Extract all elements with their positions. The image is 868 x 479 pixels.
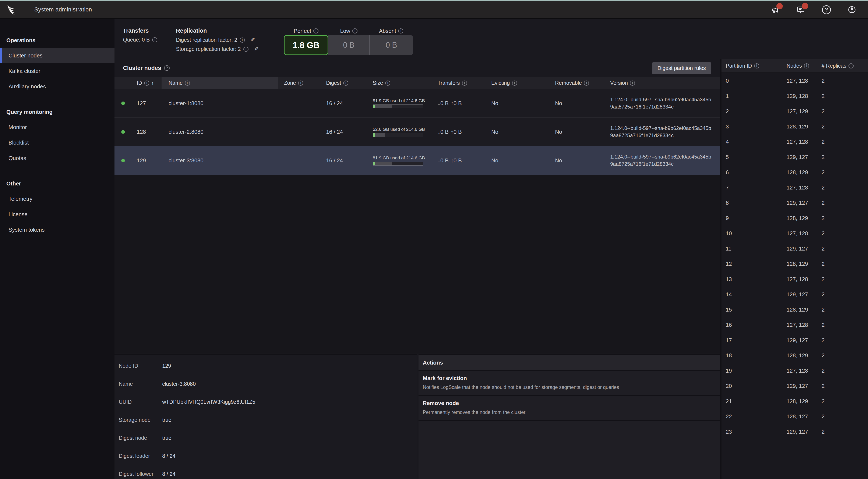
- digest-partition-rules-button[interactable]: Digest partition rules: [652, 62, 711, 74]
- partition-replicas-cell: 2: [817, 413, 868, 420]
- partition-row[interactable]: 6 128, 129 2: [721, 165, 868, 180]
- partition-row[interactable]: 11 129, 127 2: [721, 241, 868, 256]
- info-icon[interactable]: i: [754, 63, 759, 68]
- edit-icon[interactable]: ✎: [250, 37, 255, 43]
- column-header-evicting[interactable]: Evicting i: [491, 77, 555, 89]
- cluster-node-row[interactable]: 129 cluster-3:8080 16 / 24 81.9 GB used …: [115, 146, 720, 175]
- partition-row[interactable]: 19 127, 128 2: [721, 363, 868, 378]
- partition-row[interactable]: 21 128, 129 2: [721, 393, 868, 409]
- partition-row[interactable]: 4 127, 128 2: [721, 134, 868, 150]
- edit-icon[interactable]: ✎: [254, 46, 259, 52]
- info-icon[interactable]: i: [462, 81, 467, 86]
- sidebar-item-telemetry[interactable]: Telemetry: [0, 191, 115, 206]
- partition-row[interactable]: 2 127, 129 2: [721, 104, 868, 119]
- partition-row[interactable]: 17 129, 127 2: [721, 332, 868, 348]
- column-header-name[interactable]: Name i: [161, 77, 278, 89]
- sidebar-item-quotas[interactable]: Quotas: [0, 151, 115, 166]
- partition-row[interactable]: 9 128, 129 2: [721, 211, 868, 226]
- sidebar-item-auxiliary-nodes[interactable]: Auxiliary nodes: [0, 79, 115, 94]
- avatar-icon[interactable]: [847, 5, 857, 15]
- transfers-stat-label: Transfers: [123, 28, 157, 34]
- partition-row[interactable]: 7 127, 128 2: [721, 180, 868, 195]
- partition-row[interactable]: 14 129, 127 2: [721, 287, 868, 302]
- action-item[interactable]: Remove node Permanently removes the node…: [418, 396, 720, 421]
- node-version-cell: 1.124.0--build-597--sha-b9b62ef0ac45a345…: [610, 153, 720, 168]
- partition-row[interactable]: 3 128, 129 2: [721, 119, 868, 134]
- info-icon[interactable]: i: [313, 28, 318, 33]
- partition-row[interactable]: 18 128, 129 2: [721, 348, 868, 363]
- column-header-version[interactable]: Version i: [610, 77, 720, 89]
- info-icon[interactable]: i: [385, 81, 390, 86]
- help-icon[interactable]: ?: [164, 65, 169, 71]
- node-detail-row: Node ID 129: [115, 357, 417, 375]
- info-icon[interactable]: i: [804, 63, 809, 68]
- column-header-id[interactable]: ID i ↑: [131, 77, 161, 89]
- info-icon[interactable]: i: [630, 81, 635, 86]
- column-header-nodes[interactable]: Nodes i: [782, 63, 817, 69]
- partition-row[interactable]: 8 129, 127 2: [721, 195, 868, 211]
- partition-id-cell: 18: [721, 352, 782, 359]
- partition-row[interactable]: 1 129, 128 2: [721, 88, 868, 104]
- info-icon[interactable]: i: [352, 28, 358, 33]
- announcements-icon[interactable]: [771, 5, 781, 15]
- detail-label: Storage node: [119, 417, 162, 423]
- node-id-cell: 127: [131, 100, 161, 106]
- info-icon[interactable]: i: [152, 37, 157, 42]
- column-header-digest[interactable]: Digest i: [326, 77, 373, 89]
- transfers-in: ↓0 B: [438, 157, 448, 164]
- partition-nodes-cell: 128, 129: [782, 215, 817, 222]
- column-header-size[interactable]: Size i: [373, 77, 438, 89]
- partition-row[interactable]: 23 129, 127 2: [721, 424, 868, 439]
- help-icon[interactable]: ?: [822, 5, 832, 15]
- sidebar-item-monitor[interactable]: Monitor: [0, 120, 115, 135]
- partition-row[interactable]: 13 127, 128 2: [721, 272, 868, 287]
- sidebar-item-cluster-nodes[interactable]: Cluster nodes: [0, 48, 115, 63]
- info-icon[interactable]: i: [512, 81, 517, 86]
- cluster-node-row[interactable]: 127 cluster-1:8080 16 / 24 81.9 GB used …: [115, 89, 720, 118]
- chat-icon[interactable]: [796, 5, 806, 15]
- column-header-removable[interactable]: Removable i: [555, 77, 610, 89]
- partition-row[interactable]: 20 129, 127 2: [721, 378, 868, 393]
- partition-row[interactable]: 15 128, 129 2: [721, 302, 868, 317]
- sidebar-item-license[interactable]: License: [0, 206, 115, 222]
- node-size-cell: 81.9 GB used of 214.6 GB: [373, 98, 438, 108]
- info-icon[interactable]: i: [343, 81, 348, 86]
- partition-row[interactable]: 22 128, 127 2: [721, 409, 868, 424]
- disk-usage-label: 81.9 GB used of 214.6 GB: [373, 98, 438, 103]
- partition-row[interactable]: 5 129, 127 2: [721, 150, 868, 165]
- partition-nodes-cell: 128, 127: [782, 413, 817, 420]
- column-header-zone[interactable]: Zone i: [278, 77, 326, 89]
- info-icon[interactable]: i: [584, 81, 589, 86]
- info-icon[interactable]: i: [243, 46, 248, 52]
- action-item[interactable]: Mark for eviction Notifies LogScale that…: [418, 371, 720, 396]
- info-icon[interactable]: i: [398, 28, 403, 33]
- detail-value: wTDPUbkIfVHQ0LvrtW3Kigg9z6tUI1Z5: [162, 399, 417, 405]
- info-icon[interactable]: i: [144, 81, 149, 86]
- info-icon[interactable]: i: [240, 37, 245, 42]
- partition-row[interactable]: 16 127, 128 2: [721, 317, 868, 332]
- partition-nodes-cell: 127, 128: [782, 138, 817, 145]
- sidebar-item-blocklist[interactable]: Blocklist: [0, 135, 115, 151]
- cluster-node-row[interactable]: 128 cluster-2:8080 16 / 24 52.6 GB used …: [115, 118, 720, 146]
- sidebar-item-system-tokens[interactable]: System tokens: [0, 222, 115, 237]
- info-icon[interactable]: i: [298, 81, 303, 86]
- partition-row[interactable]: 0 127, 128 2: [721, 73, 868, 88]
- partition-replicas-cell: 2: [817, 276, 868, 283]
- partition-replicas-cell: 2: [817, 154, 868, 160]
- partition-nodes-cell: 129, 127: [782, 337, 817, 344]
- partition-replicas-cell: 2: [817, 246, 868, 252]
- action-title: Mark for eviction: [423, 375, 716, 382]
- detail-label: UUID: [119, 399, 162, 405]
- column-header-transfers[interactable]: Transfers i: [438, 77, 491, 89]
- crowdstrike-falcon-logo[interactable]: [6, 4, 18, 16]
- partition-row[interactable]: 12 128, 129 2: [721, 256, 868, 272]
- column-header-replicas[interactable]: # Replicas i: [817, 63, 868, 69]
- info-icon[interactable]: i: [185, 81, 190, 86]
- node-detail-row: Storage node true: [115, 411, 417, 429]
- sidebar-item-kafka-cluster[interactable]: Kafka cluster: [0, 63, 115, 79]
- info-icon[interactable]: i: [848, 63, 854, 68]
- column-header-partition-id[interactable]: Partition ID i: [721, 63, 782, 69]
- partition-replicas-cell: 2: [817, 337, 868, 344]
- partition-row[interactable]: 10 127, 128 2: [721, 226, 868, 241]
- detail-value: true: [162, 435, 417, 441]
